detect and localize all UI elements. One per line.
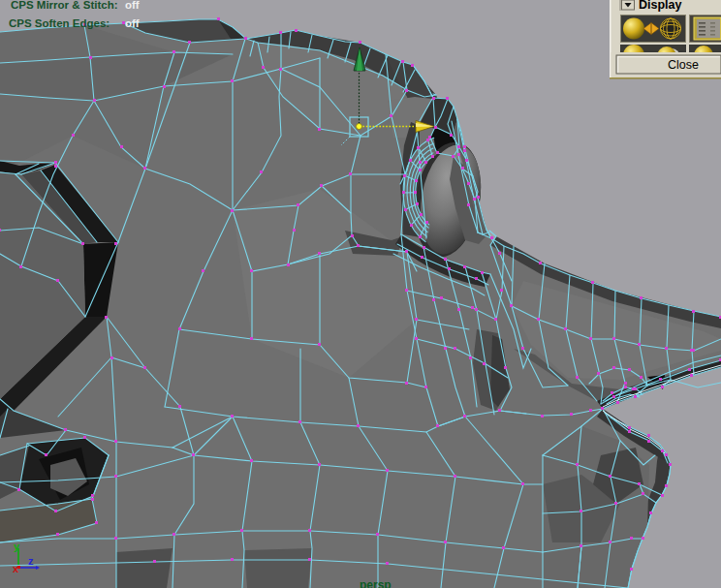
svg-text:CPS Mirror & Stitch:: CPS Mirror & Stitch: [11,0,118,11]
svg-text:persp: persp [360,578,392,588]
svg-text:z: z [28,555,34,567]
svg-text:Display: Display [639,0,682,12]
svg-text:off: off [125,17,140,29]
svg-text:y: y [14,541,20,552]
svg-text:off: off [125,0,140,11]
svg-text:Close: Close [668,58,699,72]
svg-text:CPS Soften Edges:: CPS Soften Edges: [9,17,110,29]
